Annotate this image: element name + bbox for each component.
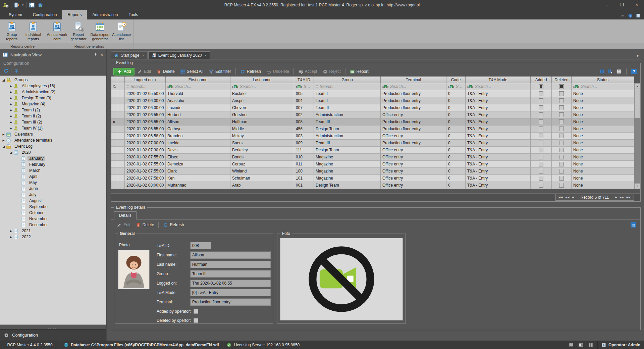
added-checkbox[interactable] [539, 155, 543, 159]
sync-log-icon[interactable] [569, 342, 574, 348]
deleted-checkbox[interactable] [559, 127, 564, 131]
tab-list-chevron-icon[interactable]: ▼ [636, 54, 641, 59]
grid-columns-icon[interactable] [599, 69, 605, 74]
tree-item-august[interactable]: August [0, 198, 106, 204]
added-checkbox[interactable] [539, 162, 543, 166]
table-row[interactable]: 2020-01-02 07:00:00ImeldaSaenz009Team II… [111, 140, 634, 147]
column-chooser-icon[interactable] [608, 69, 613, 74]
deleted-checkbox[interactable] [559, 176, 564, 181]
deleted-checkbox[interactable] [559, 98, 564, 103]
table-row[interactable]: 2020-01-02 07:30:00DavisBerkeley111Desig… [111, 147, 634, 154]
table-row[interactable]: 2020-01-02 07:55:00ClarkWinland100Magazi… [111, 168, 634, 175]
filter-cell-t-a-id[interactable]: aBcSearch... [294, 83, 314, 90]
vertical-scrollbar[interactable]: ▲ ▼ [634, 83, 640, 189]
deleted-checkbox[interactable] [559, 134, 564, 138]
filter-cell-group[interactable]: =Search... [314, 83, 381, 90]
table-row[interactable]: 2020-01-02 08:00:00MuhannadArab001Design… [111, 182, 634, 189]
tab-details[interactable]: Details [114, 211, 137, 219]
layout-grid-icon[interactable] [636, 13, 641, 18]
tree-item-design-team-3[interactable]: ▶Design Team (3) [0, 95, 106, 101]
menu-tab-configuration[interactable]: Configuration [28, 10, 62, 19]
checkbox-deleted-by-opertor[interactable] [194, 318, 198, 323]
text-filter-icon[interactable]: aBc [232, 85, 238, 88]
column-header-first-name[interactable]: First name [166, 77, 230, 83]
ribbon-button-report-generator[interactable]: Report generator [68, 20, 89, 43]
expander-collapsed-icon[interactable]: ▶ [9, 103, 13, 106]
checkbox-added-by-operator[interactable] [194, 309, 198, 314]
dropdown-caret-icon[interactable]: ▾ [22, 3, 24, 7]
search-placeholder[interactable]: Search... [130, 84, 147, 89]
menu-tab-administration[interactable]: Administration [87, 10, 123, 19]
column-header-terminal[interactable]: Terminal [381, 77, 446, 83]
tree-item-april[interactable]: April [0, 173, 106, 180]
equals-filter-icon[interactable]: = [126, 84, 129, 89]
filter-cell-t-a-mode[interactable]: aBcSearch... [466, 83, 531, 90]
tree-item-october[interactable]: October [0, 210, 106, 216]
sidebar-item-configuration[interactable]: Configuration [0, 329, 106, 341]
navigation-view-icon[interactable] [29, 2, 35, 8]
deleted-checkbox[interactable] [559, 169, 564, 173]
search-placeholder[interactable]: Search... [304, 84, 312, 89]
report-button[interactable]: Report [347, 68, 371, 75]
ribbon-button-group-reports[interactable]: Group reports [1, 20, 22, 43]
tree-item-attendance-terminals[interactable]: ▶Attendance terminals [0, 137, 106, 143]
added-checkbox[interactable] [539, 119, 543, 124]
field-input-t-a-id[interactable] [190, 242, 211, 249]
text-filter-icon[interactable]: aBc [167, 85, 173, 88]
collapse-all-icon[interactable] [14, 68, 19, 73]
filter-cell-first-name[interactable]: aBcSearch... [166, 83, 230, 90]
search-placeholder[interactable]: Search... [240, 84, 256, 89]
search-placeholder[interactable]: Search... [456, 84, 464, 89]
columns-toggle-icon[interactable] [588, 342, 593, 348]
refresh-tree-icon[interactable] [3, 68, 9, 73]
tree-item-team-i-2[interactable]: ▶Team I (2) [0, 107, 106, 113]
next-page-button[interactable]: ▶▶ [620, 196, 624, 199]
search-placeholder[interactable]: Search... [581, 84, 597, 89]
added-checkbox[interactable] [539, 98, 543, 103]
column-header-group[interactable]: Group [314, 77, 381, 83]
tree-item-december[interactable]: December [0, 222, 106, 228]
added-checkbox[interactable] [539, 148, 543, 152]
previous-page-button[interactable]: ◀◀ [566, 196, 570, 199]
tree-item-team-iii-2[interactable]: ▶Team III (2) [0, 119, 106, 125]
added-checkbox[interactable] [539, 169, 543, 173]
table-row[interactable]: 2020-01-02 06:58:00BrandenMckay003Admini… [111, 133, 634, 140]
field-input-terminal[interactable] [190, 298, 271, 306]
field-input-first-name[interactable] [190, 251, 271, 259]
expander-collapsed-icon[interactable]: ▶ [9, 97, 13, 100]
text-filter-icon[interactable]: aBc [448, 85, 454, 88]
add-button[interactable]: Add [113, 68, 135, 76]
ribbon-button-attendance-list[interactable]: Attendance list [111, 20, 132, 43]
added-checkbox[interactable] [539, 105, 543, 110]
expander-collapsed-icon[interactable]: ▶ [9, 115, 13, 118]
search-placeholder[interactable]: Search... [390, 84, 406, 89]
added-checkbox[interactable] [539, 176, 543, 181]
added-checkbox[interactable] [539, 183, 543, 188]
previous-record-button[interactable]: ◀ [572, 196, 574, 199]
expander-expanded-icon[interactable]: ◢ [9, 151, 13, 154]
tree-item-february[interactable]: February [0, 161, 106, 167]
added-checkbox[interactable] [539, 112, 543, 117]
field-input-group[interactable] [190, 270, 271, 278]
filter-cell-last-name[interactable]: aBcSearch... [230, 83, 294, 90]
tree-item-2022[interactable]: ▶2022 [0, 234, 106, 240]
tab-event-log-january-2020[interactable]: Event Log January 2020× [148, 51, 210, 59]
ribbon-button-individual-reports[interactable]: Individual reports [23, 20, 44, 43]
text-filter-icon[interactable]: aBc [467, 85, 473, 88]
tree-item-administraction-2[interactable]: ▶Administraction (2) [0, 89, 106, 95]
filter-checkbox[interactable] [559, 84, 564, 89]
filter-cell-code[interactable]: aBcSearch... [446, 83, 466, 90]
close-panel-icon[interactable]: × [100, 52, 104, 57]
table-row[interactable]: 2020-01-02 06:00:00AnastatioArispe004Tea… [111, 97, 634, 104]
column-header-t-a-id[interactable]: T&A ID [294, 77, 314, 83]
filter-cell-status[interactable]: aBcSearch... [572, 83, 634, 90]
delete-button[interactable]: Delete [154, 68, 177, 75]
column-header-code[interactable]: Code [446, 77, 466, 83]
table-row[interactable]: 2020-01-02 06:55:00CathrynMiddle456Desig… [111, 126, 634, 133]
expander-expanded-icon[interactable]: ◢ [1, 78, 6, 82]
first-record-button[interactable]: |◀◀ [558, 196, 563, 199]
tree-item-january[interactable]: January [0, 155, 106, 161]
deleted-checkbox[interactable] [559, 105, 564, 110]
filter-checkbox[interactable] [539, 84, 543, 89]
table-row[interactable]: 2020-01-02 06:00:00LucindeChevere007Team… [111, 104, 634, 111]
